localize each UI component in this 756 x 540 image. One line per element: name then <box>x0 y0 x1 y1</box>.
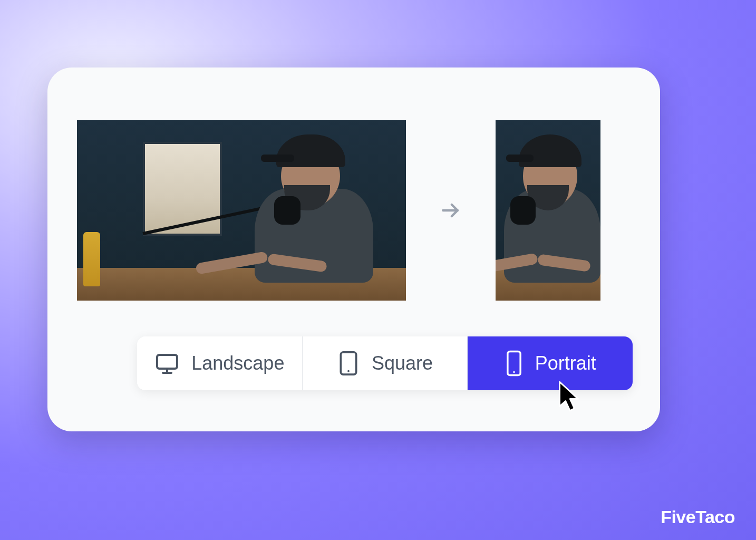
option-portrait-label: Portrait <box>535 352 596 374</box>
phone-icon <box>505 350 524 377</box>
output-video-thumbnail <box>496 120 600 301</box>
svg-point-7 <box>513 371 515 373</box>
source-video-thumbnail <box>77 120 406 301</box>
arrow-right-icon <box>438 199 464 222</box>
option-landscape[interactable]: Landscape <box>137 336 303 390</box>
svg-rect-1 <box>157 355 177 369</box>
option-square[interactable]: Square <box>303 336 468 390</box>
aspect-ratio-card: Landscape Square Portrait <box>47 68 660 431</box>
monitor-icon <box>154 351 180 376</box>
watermark: FiveTaco <box>661 507 735 527</box>
svg-point-5 <box>347 370 350 372</box>
option-square-label: Square <box>372 352 433 374</box>
option-landscape-label: Landscape <box>191 352 284 374</box>
preview-row <box>77 120 634 301</box>
aspect-ratio-options: Landscape Square Portrait <box>137 336 633 390</box>
option-portrait[interactable]: Portrait <box>468 336 633 390</box>
tablet-icon <box>337 350 360 377</box>
